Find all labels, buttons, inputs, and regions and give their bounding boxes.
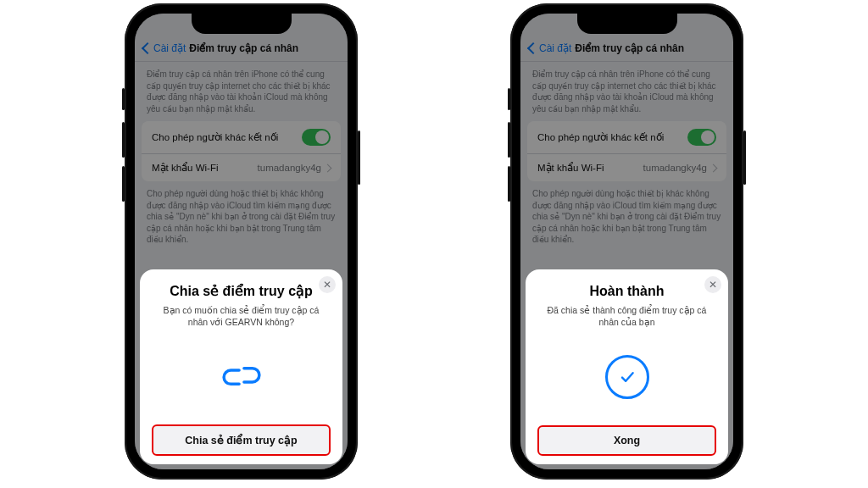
phone-frame-right: Cài đặt Điểm truy cập cá nhân Điểm truy …	[510, 3, 743, 480]
side-button	[743, 130, 746, 185]
close-icon: ✕	[323, 280, 331, 290]
side-button	[508, 122, 510, 158]
sheet-title: Hoàn thành	[590, 283, 665, 299]
done-button[interactable]: Xong	[537, 425, 716, 456]
sheet-icon-zone	[605, 337, 649, 417]
side-button	[508, 88, 510, 110]
notch	[192, 14, 292, 34]
close-button[interactable]: ✕	[319, 276, 336, 293]
close-button[interactable]: ✕	[704, 276, 721, 293]
share-hotspot-button[interactable]: Chia sẻ điểm truy cập	[152, 424, 331, 456]
checkmark-circle-icon	[605, 355, 649, 399]
notch	[577, 14, 677, 34]
phone-frame-left: Cài đặt Điểm truy cập cá nhân Điểm truy …	[125, 3, 358, 480]
share-sheet: ✕ Chia sẻ điểm truy cập Bạn có muốn chia…	[140, 269, 342, 464]
screen: Cài đặt Điểm truy cập cá nhân Điểm truy …	[135, 14, 348, 469]
side-button	[122, 88, 125, 110]
done-sheet: ✕ Hoàn thành Đã chia sẻ thành công điểm …	[526, 269, 728, 464]
side-button	[122, 166, 125, 202]
side-button	[358, 130, 360, 185]
sheet-subtitle: Bạn có muốn chia sẻ điểm truy cập cá nhâ…	[153, 304, 331, 328]
close-icon: ✕	[709, 280, 717, 290]
side-button	[508, 166, 510, 202]
stage: Cài đặt Điểm truy cập cá nhân Điểm truy …	[0, 0, 868, 488]
side-button	[122, 122, 125, 158]
sheet-subtitle: Đã chia sẻ thành công điểm truy cập cá n…	[538, 304, 716, 328]
link-icon	[217, 360, 266, 392]
sheet-icon-zone	[217, 337, 266, 416]
screen: Cài đặt Điểm truy cập cá nhân Điểm truy …	[520, 14, 733, 469]
sheet-title: Chia sẻ điểm truy cập	[170, 283, 313, 299]
